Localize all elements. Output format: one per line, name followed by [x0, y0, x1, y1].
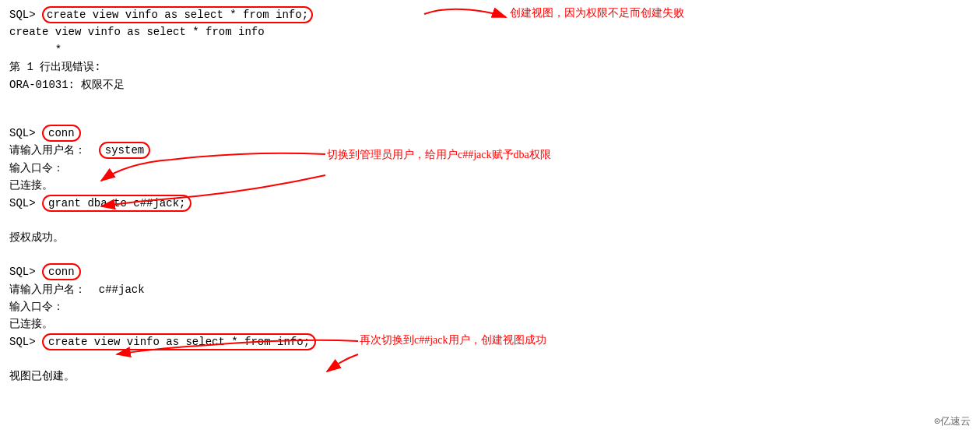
section-2: SQL> conn 请输入用户名： system 输入口令： 已连接。 SQL>… [9, 125, 971, 212]
line-9: 已连接。 [9, 177, 971, 194]
line-1: SQL> create view vinfo as select * from … [9, 6, 971, 23]
line-14: 输入口令： [9, 298, 971, 315]
line-12: SQL> conn [9, 263, 971, 280]
line-17: 视图已创建。 [9, 368, 971, 385]
section-3: 授权成功。 [9, 229, 971, 246]
highlight-6: create view vinfo as select * from info; [42, 333, 316, 350]
logo: ⊙亿速云 [934, 414, 971, 428]
highlight-5: conn [42, 263, 81, 280]
highlight-1: create view vinfo as select * from info; [42, 6, 313, 23]
section-5: 视图已创建。 [9, 368, 971, 385]
annotation-3: 再次切换到c##jack用户，创建视图成功 [360, 333, 546, 347]
section-1: SQL> create view vinfo as select * from … [9, 6, 971, 93]
annotation-1: 创建视图，因为权限不足而创建失败 [510, 6, 684, 20]
line-8: 输入口令： [9, 160, 971, 177]
line-6: SQL> conn [9, 125, 971, 142]
line-11: 授权成功。 [9, 229, 971, 246]
annotation-2: 切换到管理员用户，给用户c##jack赋予dba权限 [327, 148, 551, 162]
line-10: SQL> grant dba to c##jack; [9, 195, 971, 212]
line-3: * [9, 41, 971, 58]
line-5: ORA-01031: 权限不足 [9, 76, 971, 93]
line-15: 已连接。 [9, 315, 971, 333]
line-4: 第 1 行出现错误: [9, 58, 971, 76]
highlight-3: system [99, 142, 150, 159]
highlight-2: conn [42, 125, 81, 142]
highlight-4: grant dba to c##jack; [42, 195, 191, 212]
line-2: create view vinfo as select * from info [9, 23, 971, 40]
line-13: 请输入用户名： c##jack [9, 281, 971, 298]
